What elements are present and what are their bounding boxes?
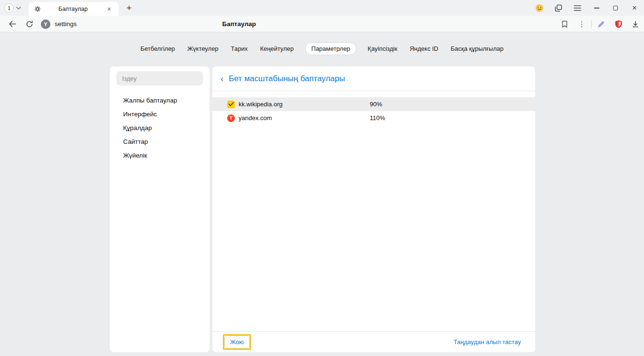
tab-close-button[interactable]: × bbox=[105, 4, 113, 13]
url-text[interactable]: settings bbox=[55, 20, 77, 28]
nav-tab-extensions[interactable]: Кеңейтулер bbox=[259, 42, 295, 55]
sidebar-item-interface[interactable]: Интерфейс bbox=[110, 107, 210, 121]
delete-button[interactable]: Жою bbox=[224, 336, 250, 348]
bookmark-button[interactable] bbox=[556, 16, 573, 32]
sidebar-section-list: Жалпы баптаулар Интерфейс Құралдар Сайтт… bbox=[110, 94, 210, 162]
gear-icon bbox=[34, 6, 41, 12]
panel-header: ‹ Бет масштабының баптаулары bbox=[212, 66, 535, 91]
bookmark-icon bbox=[561, 20, 568, 28]
tab-list-chevron-button[interactable] bbox=[16, 7, 21, 9]
page-title: Бет масштабының баптаулары bbox=[229, 74, 345, 84]
browser-menu-button[interactable] bbox=[568, 0, 587, 16]
nav-tab-bookmarks[interactable]: Бетбелгілер bbox=[139, 42, 176, 55]
window-close-button[interactable]: × bbox=[625, 0, 644, 16]
address-bar-left: Y settings bbox=[4, 16, 77, 32]
back-arrow-icon bbox=[9, 20, 17, 28]
assistant-button[interactable] bbox=[530, 0, 549, 16]
tab-bar-right-controls: × bbox=[530, 0, 644, 16]
site-favicon-letter: Y bbox=[44, 21, 47, 27]
pen-icon bbox=[597, 20, 605, 28]
nav-tab-other-devices[interactable]: Басқа құрылғылар bbox=[450, 42, 504, 55]
back-button[interactable] bbox=[4, 16, 21, 32]
nav-tab-downloads[interactable]: Жүктеулер bbox=[186, 42, 220, 55]
search-input[interactable] bbox=[116, 71, 203, 85]
omnibox-menu-button[interactable]: ⋮ bbox=[573, 16, 590, 32]
zoom-value: 110% bbox=[370, 114, 385, 122]
window-minimize-button[interactable] bbox=[587, 0, 606, 16]
sidebar-item-tools[interactable]: Құралдар bbox=[110, 121, 210, 135]
protect-shield-button[interactable] bbox=[610, 16, 627, 32]
checkbox-checked-icon[interactable] bbox=[227, 101, 235, 108]
site-name: yandex.com bbox=[239, 114, 370, 122]
reload-button[interactable] bbox=[21, 16, 38, 32]
sidebar-item-general[interactable]: Жалпы баптаулар bbox=[110, 94, 210, 107]
nav-tab-settings[interactable]: Параметрлер bbox=[305, 42, 356, 55]
tab-counter-button[interactable]: 1 bbox=[4, 3, 14, 13]
zoom-row-yandex[interactable]: Y yandex.com 110% bbox=[212, 111, 535, 125]
tab-title: Баптаулар bbox=[58, 6, 88, 12]
download-icon bbox=[632, 20, 639, 28]
sidebar-item-sites[interactable]: Сайттар bbox=[110, 135, 210, 149]
tab-bar: 1 Баптаулар × + bbox=[0, 0, 644, 16]
omnibox-page-title[interactable]: Баптаулар bbox=[222, 16, 256, 32]
tab-panel-button[interactable] bbox=[549, 0, 568, 16]
minimize-icon bbox=[594, 8, 599, 9]
site-name: kk.wikipedia.org bbox=[239, 101, 370, 108]
yandex-favicon-icon: Y bbox=[227, 114, 235, 122]
maximize-icon bbox=[613, 6, 618, 10]
zoom-value: 90% bbox=[370, 101, 382, 108]
address-bar-right: ⋮ bbox=[556, 16, 644, 32]
page-zoom-settings-panel: ‹ Бет масштабының баптаулары kk.wikipedi… bbox=[212, 66, 535, 352]
hamburger-menu-icon bbox=[574, 5, 581, 11]
target-highlight-box: Жою bbox=[223, 334, 251, 350]
address-bar: Y settings Баптаулар ⋮ bbox=[0, 16, 644, 32]
sidebar-item-system[interactable]: Жүйелік bbox=[110, 149, 210, 162]
toolbar-divider bbox=[591, 20, 592, 28]
close-icon: × bbox=[632, 4, 637, 12]
assistant-icon bbox=[535, 4, 544, 12]
nav-tab-yandex-id[interactable]: Яндекс ID bbox=[409, 42, 439, 55]
new-tab-button[interactable]: + bbox=[124, 3, 135, 13]
settings-nav-tabs: Бетбелгілер Жүктеулер Тарих Кеңейтулер П… bbox=[0, 42, 644, 55]
site-favicon: Y bbox=[41, 19, 50, 29]
tabs-panel-icon bbox=[555, 4, 562, 12]
tab-counter-value: 1 bbox=[8, 5, 10, 11]
back-chevron-icon[interactable]: ‹ bbox=[221, 74, 223, 83]
settings-sidebar: Жалпы баптаулар Интерфейс Құралдар Сайтт… bbox=[110, 66, 210, 352]
window-maximize-button[interactable] bbox=[606, 0, 625, 16]
editor-pen-button[interactable] bbox=[593, 16, 610, 32]
zoom-site-list: kk.wikipedia.org 90% Y yandex.com 110% bbox=[212, 97, 535, 125]
deselect-all-link[interactable]: Таңдаудан алып тастау bbox=[453, 338, 521, 346]
downloads-button[interactable] bbox=[627, 16, 644, 32]
nav-tab-history[interactable]: Тарих bbox=[230, 42, 249, 55]
browser-window: 1 Баптаулар × + bbox=[0, 0, 644, 356]
nav-tab-security[interactable]: Қауіпсіздік bbox=[367, 42, 398, 55]
reload-icon bbox=[26, 20, 33, 28]
zoom-row-kk-wikipedia[interactable]: kk.wikipedia.org 90% bbox=[212, 97, 535, 111]
browser-tab-settings[interactable]: Баптаулар × bbox=[29, 2, 119, 16]
shield-icon bbox=[615, 20, 623, 28]
vertical-dots-icon: ⋮ bbox=[578, 20, 586, 28]
yandex-favicon-letter: Y bbox=[230, 115, 233, 121]
chevron-down-icon bbox=[16, 7, 21, 9]
panel-footer: Жою Таңдаудан алып тастау bbox=[212, 331, 535, 352]
